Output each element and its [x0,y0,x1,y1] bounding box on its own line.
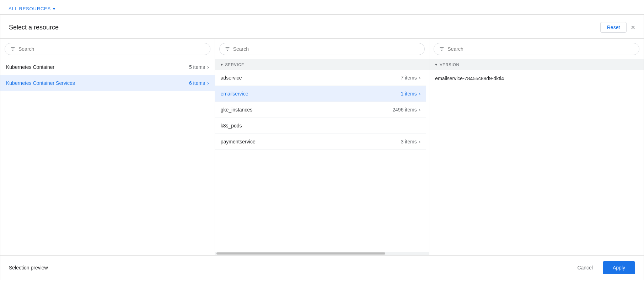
footer-buttons: Cancel Apply [571,261,635,274]
list-item[interactable]: k8s_pods [215,118,426,134]
resource-type-list: Kubernetes Container 5 items › Kubernete… [0,59,215,255]
collapse-icon: ▾ [435,62,438,67]
item-name: gke_instances [221,107,253,113]
list-item[interactable]: Kubernetes Container Services 6 items › [0,75,215,91]
item-count: 6 items [189,80,205,86]
section-label: SERVICE [225,62,244,67]
item-count-arrow: 1 items › [401,91,421,97]
collapse-icon: ▾ [221,62,223,67]
item-name: Kubernetes Container Services [6,80,75,86]
horizontal-scrollbar[interactable] [215,252,429,255]
version-search-box[interactable] [434,43,639,55]
version-section-header: ▾ VERSION [429,59,644,70]
all-resources-button[interactable]: ALL RESOURCES ▾ [9,6,55,11]
item-count: 1 items [401,91,417,97]
scrollbar-thumb [216,252,386,255]
item-count: 3 items [401,139,417,144]
item-count-arrow: 5 items › [189,64,209,70]
resource-type-search-box[interactable] [5,43,210,55]
item-name: emailservice-78455c88d9-dktl4 [435,76,504,81]
dialog-title: Select a resource [9,24,59,31]
service-search-box[interactable] [219,43,425,55]
service-section-header: ▾ SERVICE [215,59,429,70]
selection-preview-label: Selection preview [9,265,48,271]
item-name: paymentservice [221,139,256,144]
header-actions: Reset × [600,22,635,33]
columns-container: Kubernetes Container 5 items › Kubernete… [0,39,644,255]
cancel-button[interactable]: Cancel [571,262,599,273]
reset-button[interactable]: Reset [600,22,627,33]
item-count-arrow: 3 items › [401,139,421,144]
version-column: ▾ VERSION emailservice-78455c88d9-dktl4 [429,39,644,255]
list-item[interactable]: paymentservice 3 items › [215,134,426,150]
chevron-right-icon: › [419,139,421,144]
item-count-arrow: 6 items › [189,80,209,86]
version-list: ▾ VERSION emailservice-78455c88d9-dktl4 [429,59,644,255]
list-item[interactable]: gke_instances 2496 items › [215,102,426,118]
resource-type-column: Kubernetes Container 5 items › Kubernete… [0,39,215,255]
section-label: VERSION [440,62,459,67]
filter-icon [439,46,445,52]
service-list: adservice 7 items › emailservice 1 items… [215,70,429,252]
dialog-header: Select a resource Reset × [0,15,644,39]
item-count-arrow: 2496 items › [392,107,420,113]
chevron-right-icon: › [419,107,421,113]
chevron-right-icon: › [419,75,421,81]
chevron-down-icon: ▾ [53,6,55,11]
list-item[interactable]: Kubernetes Container 5 items › [0,59,215,75]
item-name: adservice [221,75,242,81]
item-count: 2496 items [392,107,417,113]
service-column: ▾ SERVICE adservice 7 items › emailservi… [215,39,430,255]
dialog-footer: Selection preview Cancel Apply [0,255,644,280]
list-item[interactable]: adservice 7 items › [215,70,426,86]
apply-button[interactable]: Apply [603,261,635,274]
close-button[interactable]: × [631,24,635,31]
item-name: emailservice [221,91,248,97]
resource-type-search-input[interactable] [18,46,205,52]
item-count-arrow: 7 items › [401,75,421,81]
item-name: Kubernetes Container [6,64,54,70]
version-search-input[interactable] [447,46,634,52]
item-count: 5 items [189,64,205,70]
filter-icon [10,46,16,52]
chevron-right-icon: › [207,80,209,86]
item-name: k8s_pods [221,123,242,129]
version-item[interactable]: emailservice-78455c88d9-dktl4 [429,70,644,87]
service-search-input[interactable] [233,46,420,52]
filter-icon [225,46,230,52]
select-resource-dialog: Select a resource Reset × Kubern [0,15,644,280]
chevron-right-icon: › [207,64,209,70]
chevron-right-icon: › [419,91,421,97]
all-resources-label: ALL RESOURCES [9,6,51,11]
item-count: 7 items [401,75,417,81]
list-item[interactable]: emailservice 1 items › [215,86,426,102]
